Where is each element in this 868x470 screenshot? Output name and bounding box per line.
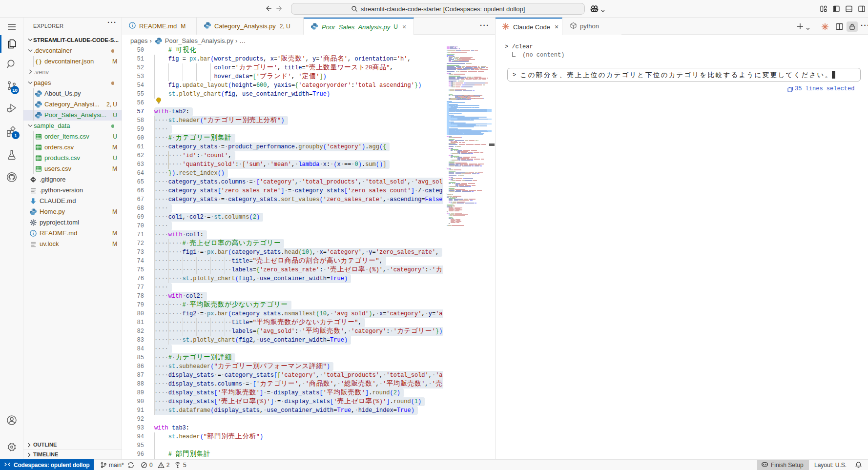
svg-text:{}: {} [35, 59, 42, 65]
